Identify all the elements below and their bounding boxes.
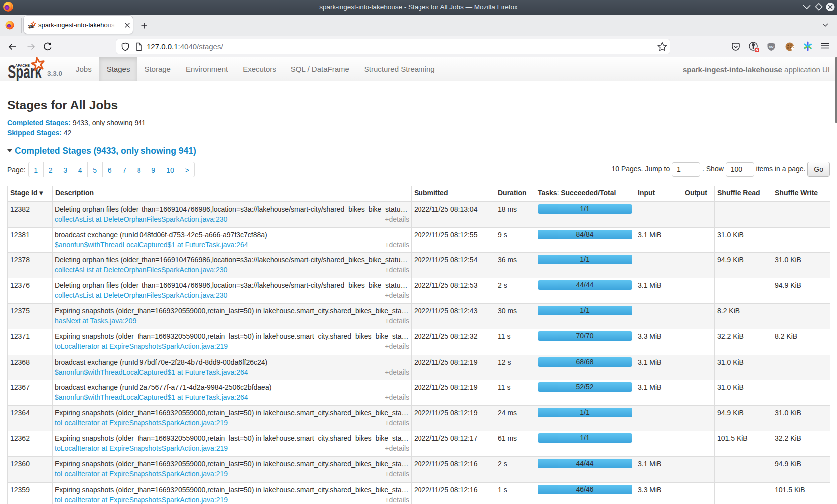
- svg-text:APACHE: APACHE: [15, 64, 30, 67]
- svg-text:UO: UO: [769, 45, 774, 48]
- svg-text:Spark: Spark: [28, 24, 35, 29]
